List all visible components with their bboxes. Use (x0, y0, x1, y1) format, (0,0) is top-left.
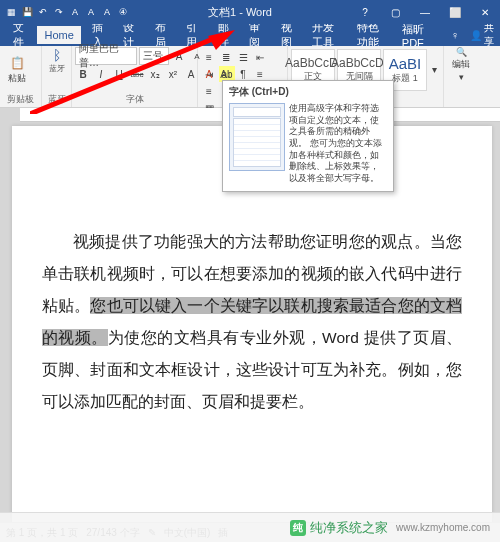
tab-home[interactable]: Home (37, 26, 80, 44)
minimize-button[interactable]: — (410, 0, 440, 24)
styles-more[interactable]: ▾ (429, 62, 439, 78)
watermark-footer: 纯 纯净系统之家 www.kzmyhome.com (0, 512, 500, 542)
qat-a2[interactable]: A (84, 5, 98, 19)
group-clipboard: 📋粘贴 剪贴板 (0, 46, 42, 107)
align-center-button[interactable]: ≡ (201, 83, 217, 99)
find-button[interactable]: 🔍 (456, 47, 467, 57)
bt-icon[interactable]: ᛒ (49, 47, 65, 63)
font-size-combo[interactable]: 三号 (139, 47, 169, 65)
style-sample: AaBI (389, 55, 422, 72)
close-button[interactable]: ✕ (470, 0, 500, 24)
qat-a3[interactable]: A (100, 5, 114, 19)
qat-more[interactable]: ④ (116, 5, 130, 19)
ribbon-opts-button[interactable]: ▢ (380, 0, 410, 24)
group-font: 阿里巴巴普… 三号 A A B I U abc x₂ x² A A ab 字体 (72, 46, 198, 107)
group-bluetooth: ᛒ 蓝牙 蓝牙 (42, 46, 72, 107)
tell-me[interactable]: ♀ (444, 26, 466, 44)
subscript-button[interactable]: x₂ (147, 66, 163, 82)
group-clipboard-label: 剪贴板 (0, 93, 41, 107)
window-controls: ? ▢ — ⬜ ✕ (350, 0, 500, 24)
tooltip-title: 字体 (Ctrl+D) (223, 81, 393, 101)
grow-font[interactable]: A (171, 48, 187, 64)
quick-access-toolbar: ▦ 💾 ↶ ↷ A A A ④ (0, 5, 130, 19)
qat-redo[interactable]: ↷ (52, 5, 66, 19)
indent-dec-button[interactable]: ⇤ (252, 49, 268, 65)
multilevel-button[interactable]: ☰ (235, 49, 251, 65)
help-button[interactable]: ? (350, 0, 380, 24)
qat-save[interactable]: 💾 (20, 5, 34, 19)
qat-undo[interactable]: ↶ (36, 5, 50, 19)
bt-label: 蓝牙 (49, 63, 65, 74)
editing-more[interactable]: ▾ (459, 72, 464, 82)
group-font-label: 字体 (72, 93, 197, 107)
group-bt-label: 蓝牙 (42, 93, 71, 107)
font-name-combo[interactable]: 阿里巴巴普… (75, 47, 137, 65)
brand-url: www.kzmyhome.com (396, 522, 490, 533)
font-dialog-tooltip: 字体 (Ctrl+D) 使用高级字体和字符选项自定义您的文本，使之具备所需的精确… (222, 80, 394, 192)
maximize-button[interactable]: ⬜ (440, 0, 470, 24)
editing-label: 编辑 (452, 58, 470, 71)
indent-inc-button[interactable]: ⇥ (201, 66, 217, 82)
bold-button[interactable]: B (75, 66, 91, 82)
paste-label: 粘贴 (8, 72, 26, 85)
dialog-thumbnail (229, 103, 285, 171)
qat-a1[interactable]: A (68, 5, 82, 19)
ribbon-tabs: 文件 Home 插入 设计 布局 引用 邮件 审阅 视图 开发工具 特色功能 福… (0, 24, 500, 46)
paste-icon: 📋 (9, 55, 25, 71)
style-sample: AaBbCcDt (331, 56, 387, 70)
brand-name: 纯净系统之家 (310, 519, 388, 537)
brand-logo-icon: 纯 (290, 520, 306, 536)
text-effects-button[interactable]: A (183, 66, 199, 82)
share-button[interactable]: 👤共享 (470, 21, 494, 49)
tooltip-text: 使用高级字体和字符选项自定义您的文本，使之具备所需的精确外观。 您可为您的文本添… (289, 103, 387, 185)
share-label: 共享 (484, 21, 494, 49)
title-bar: ▦ 💾 ↶ ↷ A A A ④ 文档1 - Word ? ▢ — ⬜ ✕ (0, 0, 500, 24)
strike-button[interactable]: abc (129, 66, 145, 82)
bullets-button[interactable]: ≡ (201, 49, 217, 65)
style-name: 标题 1 (392, 72, 418, 85)
word-icon: ▦ (4, 5, 18, 19)
group-editing: 🔍 编辑 ▾ (444, 46, 478, 107)
numbering-button[interactable]: ≣ (218, 49, 234, 65)
superscript-button[interactable]: x² (165, 66, 181, 82)
window-title: 文档1 - Word (130, 5, 350, 20)
paragraph[interactable]: 视频提供了功能强大的方法帮助您证明您的观点。当您单击联机视频时，可以在想要添加的… (42, 226, 462, 418)
paste-button[interactable]: 📋粘贴 (3, 48, 31, 92)
italic-button[interactable]: I (93, 66, 109, 82)
underline-button[interactable]: U (111, 66, 127, 82)
